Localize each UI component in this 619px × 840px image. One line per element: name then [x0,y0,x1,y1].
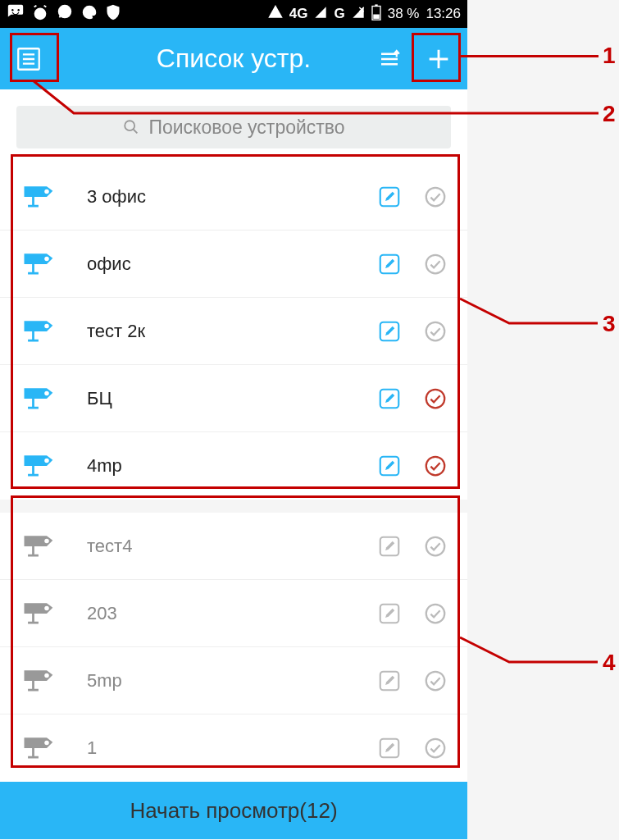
edit-button[interactable] [377,319,402,344]
status-bar: 4G G 38 % 13:26 [0,0,467,28]
edit-button[interactable] [377,601,402,626]
svg-rect-7 [373,14,380,18]
annotation-num-4: 4 [603,650,616,676]
device-row[interactable]: 203 [0,580,467,647]
clock-text: 13:26 [426,6,461,22]
edit-button[interactable] [377,736,402,760]
device-row[interactable]: 3 офис [0,163,467,231]
svg-point-0 [11,9,13,11]
camera-icon [20,317,56,345]
battery-icon [371,4,381,25]
annotation-line-3 [460,299,619,422]
svg-rect-6 [375,4,377,6]
edit-button[interactable] [377,454,402,478]
camera-icon [20,734,56,762]
device-group: тест4 203 5m [0,513,467,782]
svg-point-34 [44,741,49,746]
device-name: 3 офис [64,186,377,208]
device-name: БЦ [64,388,377,409]
edit-button[interactable] [377,185,402,209]
data-down-icon [268,5,283,24]
annotation-line-4 [460,637,619,760]
device-row[interactable]: 1 [0,714,467,782]
menu-button[interactable] [15,45,43,73]
svg-point-1 [17,9,19,11]
select-button[interactable] [423,386,448,411]
svg-point-19 [44,390,49,395]
svg-point-9 [125,121,135,130]
svg-point-22 [44,459,49,463]
device-row[interactable]: 4mp [0,432,467,500]
camera-icon [20,452,56,480]
svg-point-25 [44,538,49,543]
svg-point-28 [44,605,49,610]
whatsapp-icon [56,3,74,25]
annotation-num-1: 1 [603,43,616,69]
select-button[interactable] [423,319,448,344]
svg-point-30 [426,604,445,623]
search-placeholder: Поисковое устройство [148,116,344,139]
svg-point-16 [44,323,49,328]
svg-point-24 [426,457,445,476]
device-row[interactable]: тест 2к [0,298,467,365]
annotation-num-2: 2 [603,101,616,127]
device-name: тест4 [64,536,377,557]
camera-icon [20,183,56,211]
page-title: Список устр. [157,43,311,74]
device-name: офис [64,253,377,275]
svg-point-31 [44,673,49,678]
select-button[interactable] [423,736,448,760]
svg-point-13 [44,256,49,261]
svg-point-15 [426,254,445,273]
search-input[interactable]: Поисковое устройство [16,106,451,148]
device-name: 1 [64,737,377,759]
select-button[interactable] [423,252,448,276]
device-row[interactable]: 5mp [0,647,467,714]
start-preview-button[interactable]: Начать просмотр(12) [0,782,467,839]
camera-icon [20,532,56,560]
search-container: Поисковое устройство [0,89,467,163]
device-row[interactable]: БЦ [0,365,467,432]
camera-icon [20,667,56,695]
camera-icon [20,385,56,413]
select-button[interactable] [423,534,448,559]
phone-screen: 4G G 38 % 13:26 Список устр. [0,0,467,839]
device-group: 3 офис офис [0,163,467,500]
svg-point-27 [426,536,445,555]
svg-point-21 [426,389,445,408]
device-row[interactable]: офис [0,231,467,298]
signal2-nosvc-icon [352,6,365,23]
signal1-icon [314,6,327,23]
device-row[interactable]: тест4 [0,513,467,580]
alarm-icon [31,3,49,25]
start-preview-label: Начать просмотр(12) [130,798,337,824]
device-name: 4mp [64,455,377,477]
svg-point-18 [426,322,445,340]
sms-icon [7,3,25,25]
select-button[interactable] [423,454,448,478]
add-button[interactable] [425,45,453,73]
net2-label: G [334,6,344,22]
shield-icon [105,3,121,25]
svg-point-10 [44,189,49,194]
device-name: 203 [64,603,377,624]
select-button[interactable] [423,185,448,209]
net1-label: 4G [289,6,308,22]
edit-button[interactable] [377,669,402,693]
edit-button[interactable] [377,534,402,559]
camera-icon [20,600,56,628]
edit-button[interactable] [377,252,402,276]
svg-point-12 [426,187,445,206]
title-bar: Список устр. [0,28,467,89]
annotation-num-3: 3 [603,311,616,337]
select-button[interactable] [423,601,448,626]
filter-button[interactable] [377,47,402,71]
svg-point-33 [426,671,445,690]
search-icon [122,118,140,136]
edit-button[interactable] [377,386,402,411]
select-button[interactable] [423,669,448,693]
device-name: 5mp [64,670,377,692]
annotation-line-1 [461,55,599,57]
list-separator [0,500,467,513]
at-icon [80,3,98,25]
